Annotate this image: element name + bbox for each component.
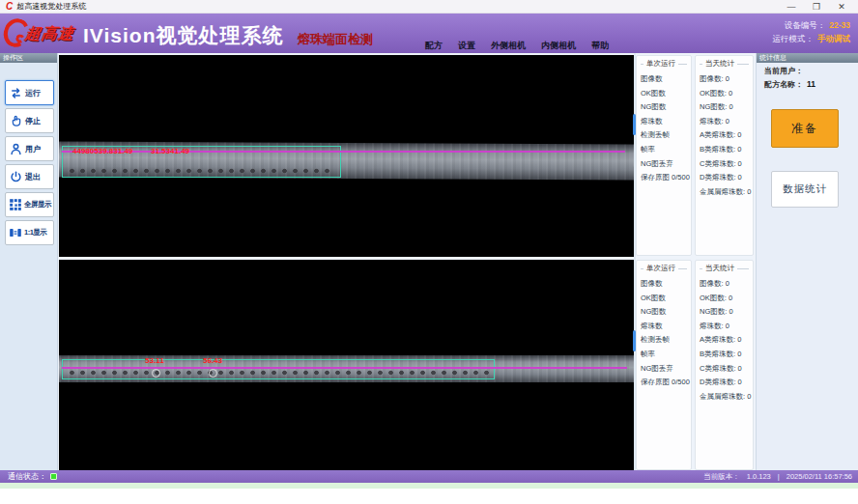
- menu-recipe[interactable]: 配方: [425, 40, 443, 52]
- app-icon: C: [6, 2, 13, 12]
- menu-inner-camera[interactable]: 内侧相机: [541, 40, 576, 52]
- os-titlebar: C 超高速视觉处理系统 — ❐ ✕: [0, 0, 858, 14]
- stat-row: NG图数: 0: [700, 305, 749, 320]
- run-mode-label: 运行模式：: [773, 32, 815, 45]
- stat-row: 帧率: [641, 348, 687, 362]
- fullscreen-button[interactable]: 全屏显示: [5, 192, 54, 217]
- stat-row: C类熔珠数: 0: [700, 362, 749, 377]
- prepare-button[interactable]: 准备: [771, 109, 839, 148]
- version-value: 1.0.123: [747, 472, 771, 481]
- datetime-value: 2025/02/11 16:57:56: [786, 472, 852, 481]
- sidebar-title: 操作区: [0, 53, 57, 63]
- daily-stats-rows: 图像数: 0OK图数: 0NG图数: 0熔珠数: 0A类熔珠数: 0B类熔珠数:…: [700, 277, 749, 404]
- camera-2-measurement-label: 56.43: [203, 356, 222, 365]
- app-window: C 超高速视觉处理系统 — ❐ ✕ 超高速 IVision视觉处理系统 熔珠端面…: [0, 0, 858, 504]
- stat-row: 图像数: 0: [700, 72, 749, 87]
- device-id-label: 设备编号：: [785, 18, 826, 32]
- camera-2-measurement-label: 53.11: [145, 356, 164, 365]
- user-icon: [9, 142, 23, 156]
- stat-row: 图像数: [641, 277, 687, 292]
- stat-row: A类熔珠数: 0: [700, 128, 749, 143]
- close-icon[interactable]: ✕: [829, 0, 854, 14]
- camera-1-daily-stats: 当天统计 图像数: 0OK图数: 0NG图数: 0熔珠数: 0A类熔珠数: 0B…: [695, 55, 754, 256]
- stat-row: OK图数: [641, 87, 687, 101]
- camera-2-edge-line: [62, 367, 627, 369]
- comm-status-indicator: [50, 473, 57, 480]
- stat-row: OK图数: [641, 292, 687, 306]
- one-to-one-button-label: 1:1显示: [24, 228, 46, 238]
- single-run-rows: 图像数OK图数NG图数熔珠数检测丢帧帧率NG图丢弃保存原图 0/500: [641, 277, 687, 390]
- stat-row: 熔珠数: [641, 115, 687, 129]
- app-header: 超高速 IVision视觉处理系统 熔珠端面检测 配方 设置 外侧相机 内侧相机…: [0, 14, 858, 53]
- stat-row: NG图数: [641, 100, 687, 115]
- data-statistics-button[interactable]: 数据统计: [771, 171, 839, 208]
- stat-row: 图像数: [641, 72, 687, 87]
- single-run-rows: 图像数OK图数NG图数熔珠数检测丢帧帧率NG图丢弃保存原图 0/500: [641, 72, 687, 185]
- one-to-one-button[interactable]: 1:1显示: [5, 220, 54, 245]
- menu-help[interactable]: 帮助: [591, 40, 609, 52]
- single-run-title: 单次运行: [646, 59, 675, 69]
- power-icon: [9, 170, 23, 184]
- user-button[interactable]: 用户: [5, 136, 54, 161]
- info-panel-title: 统计信息: [757, 53, 858, 63]
- run-mode-value: 手动调试: [817, 32, 850, 45]
- stat-row: A类熔珠数: 0: [700, 333, 749, 348]
- status-bar-right: 当前版本： 1.0.123 | 2025/02/11 16:57:56: [703, 472, 852, 482]
- window-title: 超高速视觉处理系统: [16, 1, 86, 12]
- recipe-name-value: 11: [807, 79, 815, 90]
- daily-stats-rows: 图像数: 0OK图数: 0NG图数: 0熔珠数: 0A类熔珠数: 0B类熔珠数:…: [700, 72, 749, 199]
- stop-button-label: 停止: [25, 116, 41, 126]
- stat-row: OK图数: 0: [700, 292, 749, 306]
- statistics-info-panel: 统计信息 当前用户： 配方名称： 11 准备 数据统计: [756, 53, 858, 470]
- camera-1-view: 44980539.831.49 31.5341.49: [59, 55, 634, 257]
- window-controls: — ❐ ✕: [779, 0, 854, 14]
- stat-row: 帧率: [641, 143, 687, 157]
- exit-button-label: 退出: [25, 172, 41, 182]
- status-bar: 通信状态： 当前版本： 1.0.123 | 2025/02/11 16:57:5…: [0, 470, 858, 483]
- main-menu: 配方 设置 外侧相机 内侧相机 帮助: [425, 40, 609, 52]
- stat-row: D类熔珠数: 0: [700, 171, 749, 185]
- footer-strip: [0, 483, 858, 489]
- camera-2-bead-marker: [152, 369, 160, 378]
- brand-name: 超高速: [24, 24, 76, 44]
- version-label: 当前版本：: [703, 472, 740, 482]
- fullscreen-grid-icon: [9, 198, 22, 211]
- stat-row: B类熔珠数: 0: [700, 143, 749, 157]
- stat-row: 图像数: 0: [700, 277, 749, 292]
- camera-2-single-run-stats: 单次运行 图像数OK图数NG图数熔珠数检测丢帧帧率NG图丢弃保存原图 0/500: [636, 260, 692, 470]
- comm-status-label: 通信状态：: [8, 471, 46, 482]
- camera-2-daily-stats: 当天统计 图像数: 0OK图数: 0NG图数: 0熔珠数: 0A类熔珠数: 0B…: [695, 260, 754, 470]
- stat-row: NG图丢弃: [641, 157, 687, 172]
- camera-2-bead-marker: [209, 369, 217, 378]
- stat-row: 检测丢帧: [641, 333, 687, 348]
- daily-stats-title: 当天统计: [705, 264, 734, 273]
- stat-row: 熔珠数: 0: [700, 320, 749, 334]
- run-icon: [9, 86, 23, 100]
- device-info: 设备编号： 22-33 运行模式： 手动调试: [773, 18, 851, 45]
- menu-outer-camera[interactable]: 外侧相机: [491, 40, 526, 52]
- current-user-label: 当前用户：: [764, 66, 803, 76]
- stat-row: 熔珠数: 0: [700, 115, 749, 129]
- minimize-icon[interactable]: —: [779, 0, 804, 14]
- stop-button[interactable]: 停止: [5, 108, 54, 133]
- stat-row: NG图数: [641, 305, 687, 320]
- menu-settings[interactable]: 设置: [458, 40, 475, 52]
- run-button[interactable]: 运行: [5, 80, 54, 105]
- camera-1-edge-line: [62, 151, 625, 153]
- device-id-value: 22-33: [829, 18, 850, 32]
- stat-row: 熔珠数: [641, 320, 687, 334]
- daily-stats-title: 当天统计: [705, 59, 734, 69]
- camera-1-measurement-label: 31.5341.49: [151, 147, 189, 155]
- operation-sidebar: 操作区 运行 停止 用户 退出: [0, 53, 58, 470]
- one-to-one-icon: [9, 226, 22, 239]
- stat-row: NG图数: 0: [700, 100, 749, 115]
- stat-row: 保存原图 0/500: [641, 376, 687, 390]
- status-separator: |: [778, 472, 780, 481]
- maximize-icon[interactable]: ❐: [804, 0, 829, 14]
- exit-button[interactable]: 退出: [5, 164, 54, 189]
- stat-row: NG图丢弃: [641, 362, 687, 377]
- stat-row: 保存原图 0/500: [641, 171, 687, 185]
- single-run-title: 单次运行: [646, 264, 675, 273]
- run-button-label: 运行: [25, 88, 41, 98]
- recipe-name-label: 配方名称：: [764, 79, 803, 90]
